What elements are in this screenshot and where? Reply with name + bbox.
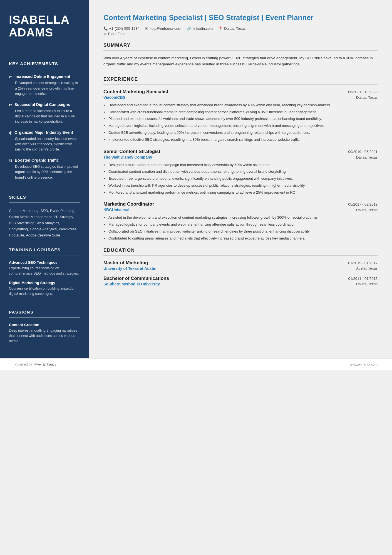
edu-2-location: Dallas, Texas (356, 282, 378, 286)
achievement-1: ✂ Increased Online Engagement Revamped c… (9, 74, 80, 97)
edu-1-school: University of Texas at Austin (103, 266, 157, 271)
footer: Powered by Enhancv www.enhancv.com (0, 358, 392, 370)
passions-section-title: PASSIONS (9, 310, 80, 314)
bullet: Designed a multi-platform content campai… (108, 162, 378, 168)
job-2: Senior Content Strategist 09/2019 - 06/2… (103, 149, 378, 202)
job-1-dates: 06/2021 - 10/2023 (348, 90, 378, 94)
job-2-company: The Walt Disney Company (103, 155, 152, 159)
extra-field-row: ☆ Extra Field (103, 32, 378, 36)
achievement-4: ⚇ Boosted Organic Traffic Developed SEO … (9, 158, 80, 180)
job-3-company: NBCUniversal (103, 208, 129, 212)
course-2-title: Digital Marketing Strategy (9, 281, 80, 285)
skills-text: Content Marketing, SEO, Event Planning, … (9, 208, 80, 238)
course-2: Digital Marketing Strategy Coursera cert… (9, 281, 80, 297)
bullet: Coordinated content creation and distrib… (108, 169, 378, 175)
achievements-divider (9, 69, 80, 69)
bullet: Implemented effective SEO strategies, re… (108, 137, 378, 143)
job-2-title: Senior Content Strategist (103, 149, 160, 154)
skills-section-title: SKILLS (9, 195, 80, 199)
achievement-4-title: Boosted Organic Traffic (15, 158, 59, 162)
contact-row: 📞 +1-(234)-555-1234 ✉ help@enhancv.com 🔗… (103, 26, 378, 31)
brand-name: Enhancv (43, 362, 56, 366)
bullet: Managed event logistics, including venue… (108, 123, 378, 129)
bullet: Managed logistics for company events and… (108, 222, 378, 228)
bullet: Developed and executed a robust content … (108, 102, 378, 108)
powered-by-label: Powered by (14, 362, 32, 366)
resume-body: ISABELLA ADAMS KEY ACHIEVEMENTS ✂ Increa… (0, 0, 392, 358)
edu-2: Bachelor of Communications 01/2011 - 01/… (103, 276, 378, 286)
achievement-3-icon: ◎ (9, 130, 12, 135)
enhancv-logo-icon (34, 362, 41, 366)
achievements-section-title: KEY ACHIEVEMENTS (9, 61, 80, 66)
contact-email: ✉ help@enhancv.com (145, 26, 181, 31)
job-2-dates: 09/2019 - 06/2021 (348, 150, 378, 154)
education-divider (103, 255, 378, 256)
experience-divider (103, 84, 378, 85)
edu-1-location: Austin, Texas (356, 266, 378, 271)
achievement-2-icon: ✂ (9, 103, 12, 107)
main-content: Content Marketing Specialist | SEO Strat… (89, 0, 392, 358)
edu-1-dates: 01/2015 - 01/2017 (348, 261, 378, 265)
edu-2-school: Southern Methodist University (103, 282, 160, 286)
contact-phone: 📞 +1-(234)-555-1234 (103, 26, 140, 31)
bullet: Crafted B2B advertising copy, leading to… (108, 130, 378, 136)
edu-1: Master of Marketing 01/2015 - 01/2017 Un… (103, 260, 378, 271)
achievement-1-desc: Revamped content strategies resulting in… (9, 80, 80, 97)
achievement-1-icon: ✂ (9, 75, 12, 79)
job-2-location: Dallas, Texas (356, 155, 378, 159)
achievement-2-desc: Led a team to successfully execute a dig… (9, 108, 80, 125)
summary-divider (103, 50, 378, 51)
phone-icon: 📞 (103, 26, 108, 31)
achievement-4-desc: Developed SEO strategies that improved o… (9, 164, 80, 180)
linkedin-icon: 🔗 (187, 26, 191, 31)
passion-1: Content Creation Deep interest in crafti… (9, 323, 80, 344)
summary-title: SUMMARY (103, 43, 378, 48)
resume-wrapper: ISABELLA ADAMS KEY ACHIEVEMENTS ✂ Increa… (0, 0, 392, 370)
bullet: Contributed to crafting press releases a… (108, 236, 378, 241)
job-1-title: Content Marketing Specialist (103, 89, 168, 95)
job-3-location: Dallas, Texas (356, 208, 378, 212)
extra-field-text: Extra Field (108, 32, 125, 36)
passions-divider (9, 317, 80, 318)
passion-1-title: Content Creation (9, 323, 80, 327)
footer-left: Powered by Enhancv (14, 362, 56, 366)
job-3-dates: 05/2017 - 09/2019 (348, 202, 378, 206)
summary-text: With over 4 years of expertise in conten… (103, 55, 378, 68)
course-1-title: Advanced SEO Techniques (9, 260, 80, 265)
achievement-3-desc: Spearheaded an industry-focused event wi… (9, 136, 80, 152)
edu-2-dates: 01/2011 - 01/2015 (348, 277, 378, 281)
sidebar: ISABELLA ADAMS KEY ACHIEVEMENTS ✂ Increa… (0, 0, 89, 358)
experience-title: EXPERIENCE (103, 77, 378, 82)
location-icon: 📍 (218, 26, 223, 31)
education-title: EDUCATION (103, 248, 378, 253)
training-divider (9, 255, 80, 255)
job-3-bullets: Assisted in the development and executio… (103, 215, 378, 241)
footer-website: www.enhancv.com (350, 362, 378, 366)
job-title: Content Marketing Specialist | SEO Strat… (103, 13, 378, 22)
course-1-desc: ExpertRating course focusing on comprehe… (9, 266, 80, 276)
job-1: Content Marketing Specialist 06/2021 - 1… (103, 89, 378, 149)
achievement-3-title: Organized Major Industry Event (14, 130, 73, 135)
course-1: Advanced SEO Techniques ExpertRating cou… (9, 260, 80, 276)
course-2-desc: Coursera certification on building impac… (9, 286, 80, 297)
bullet: Executed three large-scale promotional e… (108, 176, 378, 182)
edu-2-degree: Bachelor of Communications (103, 276, 169, 281)
job-3-title: Marketing Coordinator (103, 201, 154, 207)
bullet: Collaborated with cross-functional teams… (108, 109, 378, 115)
edu-1-degree: Master of Marketing (103, 260, 148, 266)
star-icon: ☆ (103, 32, 107, 36)
job-3: Marketing Coordinator 05/2017 - 09/2019 … (103, 201, 378, 247)
job-1-bullets: Developed and executed a robust content … (103, 102, 378, 143)
email-icon: ✉ (145, 26, 148, 31)
bullet: Assisted in the development and executio… (108, 215, 378, 221)
job-2-bullets: Designed a multi-platform content campai… (103, 162, 378, 196)
achievement-2-title: Successful Digital Campaigns (14, 102, 70, 107)
achievement-2: ✂ Successful Digital Campaigns Led a tea… (9, 102, 80, 125)
job-1-company: ViacomCBS (103, 95, 125, 100)
bullet: Collaborated on SEO initiatives that imp… (108, 229, 378, 235)
bullet: Planned and executed successful webinars… (108, 116, 378, 122)
job-1-location: Dallas, Texas (356, 95, 378, 100)
achievement-4-icon: ⚇ (9, 158, 13, 163)
achievement-3: ◎ Organized Major Industry Event Spearhe… (9, 130, 80, 152)
skills-divider (9, 202, 80, 203)
